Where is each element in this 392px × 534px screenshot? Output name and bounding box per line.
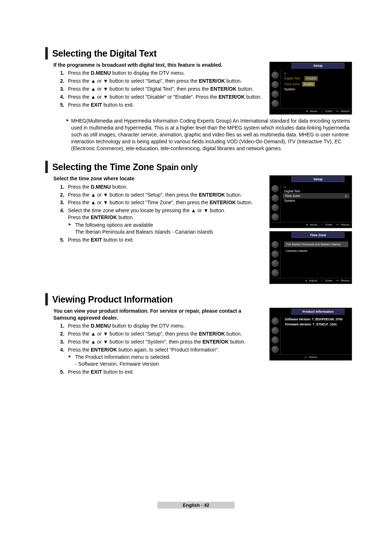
move-icon: ♦ (305, 110, 309, 113)
enter-icon: ☞ (321, 223, 324, 226)
heading-bar-icon (45, 161, 48, 173)
heading: Viewing Product Information (52, 294, 173, 305)
return-icon: ↩ (336, 279, 340, 282)
step-1: Press the D.MENU button to display the D… (66, 70, 264, 77)
panel-nav-icons (270, 316, 281, 354)
note-arrow-icon: ➤ (68, 354, 73, 359)
panel-footer: ♦Move ☞Enter ↩Return (270, 108, 352, 114)
scroll-up-icon: ▵ (283, 71, 350, 75)
step-5: Press the EXIT button to exit. (66, 237, 264, 243)
nav-icon (271, 185, 279, 192)
panel-footer: ↩Return (270, 354, 352, 360)
enter-icon: ☞ (321, 110, 324, 113)
step-note: ➤ The Product Information menu is select… (68, 354, 264, 367)
setup-panel-timezone: Setup ▵ Digital Text Time Zone ▷ (269, 175, 352, 228)
menu-row-digital-text: Digital Text (283, 189, 350, 193)
step-1: Press the D.MENU button to display the D… (66, 323, 264, 329)
step-note: ➤ The following options are available Th… (68, 222, 264, 235)
firmware-version: Firmware Version: T_STDEU7_102c (283, 322, 350, 327)
nav-icon (271, 327, 279, 334)
step-4: Press the ▲ or ▼ button to select "Disab… (66, 94, 264, 100)
step-4: Press the ENTER/OK button again, to sele… (66, 346, 264, 368)
nav-icon (271, 100, 279, 107)
nav-icon (271, 90, 279, 98)
step-3: Press the ▲ or ▼ button to select "Digit… (66, 86, 264, 93)
note-arrow-icon: ➤ (68, 222, 73, 227)
nav-icon (271, 336, 279, 344)
nav-icon (271, 213, 279, 221)
move-icon: ♦ (305, 223, 309, 226)
heading: Selecting the Digital Text (52, 48, 157, 59)
panel-title: Product Information (291, 309, 344, 315)
nav-icon (271, 71, 279, 79)
menu-row-system: System (283, 87, 350, 91)
step-1: Press the D.MENU button. (66, 184, 264, 190)
nav-icon (271, 241, 279, 248)
heading-row: Selecting the Digital Text (45, 47, 352, 59)
scroll-up-icon: ▵ (283, 184, 350, 189)
heading: Selecting the Time Zone Spain only (52, 162, 197, 172)
nav-icon (271, 346, 279, 353)
section-time-zone: Selecting the Time Zone Spain only Selec… (45, 161, 352, 284)
step-2: Press the ▲ or ▼ button to select "Setup… (66, 78, 264, 85)
product-info-panel: Product Information Software Version: T_… (269, 308, 352, 361)
step-2: Press the ▲ or ▼ button to select "Setup… (66, 330, 264, 337)
step-3: Press the ▲ or ▼ button to select "Syste… (66, 338, 264, 345)
nav-icon (271, 204, 279, 211)
step-list: Press the D.MENU button to display the D… (53, 70, 264, 108)
menu-row-digital-text: Digital Text : Disable (283, 75, 350, 81)
step-4: Select the time zone where you locate by… (66, 207, 264, 235)
return-icon: ↩ (336, 110, 340, 113)
step-list: Press the D.MENU button to display the D… (53, 323, 264, 375)
menu-row-time-zone: Time Zone Enable (283, 81, 350, 87)
heading-row: Selecting the Time Zone Spain only (45, 161, 352, 173)
section-product-info: Viewing Product Information You can view… (45, 293, 352, 375)
return-icon: ↩ (336, 223, 340, 226)
setup-panel-digital-text: Setup ▵ Digital Text : Disable Time Zone (269, 62, 352, 115)
timezone-panel: Time Zone The Iberian Peninsula and Bale… (269, 231, 352, 284)
panel-footer: ♦Move ☞Enter ↩Return (270, 222, 352, 228)
step-5: Press the EXIT button to exit. (66, 102, 264, 108)
note-arrow-icon: ➤ (66, 118, 69, 123)
nav-icon (271, 194, 279, 202)
nav-icon (271, 81, 279, 88)
tz-option-iberian: The Iberian Peninsula and Balears Island… (284, 242, 348, 247)
nav-icon (271, 317, 279, 325)
nav-icon (271, 269, 279, 276)
page-footer: English - 42 (158, 502, 235, 509)
panel-nav-icons (270, 184, 281, 222)
menu-row-time-zone-selected: Time Zone ▷ (283, 193, 350, 198)
panel-footer: ♦Adjust ☞Enter ↩Return (270, 278, 352, 284)
nav-icon (271, 250, 279, 258)
menu-row-system: System (283, 198, 350, 203)
panel-nav-icons (270, 239, 281, 278)
panel-title: Time Zone (291, 232, 344, 238)
nav-icon (271, 260, 279, 267)
intro-text: You can view your product information. F… (53, 308, 264, 321)
tz-option-canarian: Canarian Islands (284, 248, 348, 253)
mheg-note: ➤ MHEG(Multimedia and Hypermedia Informa… (66, 118, 352, 152)
intro-text: Select the time zone where locate (53, 175, 264, 182)
enter-icon: ☞ (321, 279, 324, 282)
step-list: Press the D.MENU button. Press the ▲ or … (53, 184, 264, 243)
heading-bar-icon (45, 293, 48, 305)
step-3: Press the ▲ or ▼ button to select "Time … (66, 199, 264, 206)
step-2: Press the ▲ or ▼ button to select "Setup… (66, 192, 264, 198)
step-5: Press the EXIT button to exit. (66, 369, 264, 375)
heading-bar-icon (45, 47, 48, 59)
adjust-icon: ♦ (305, 279, 308, 282)
intro-text: If the programme is broadcast with digit… (53, 62, 264, 68)
panel-title: Setup (291, 63, 344, 69)
software-version: Software Version: T_BDXPDEU00_0700 (283, 317, 350, 322)
panel-nav-icons (270, 70, 281, 108)
option-enable: Enable (302, 82, 315, 87)
option-disable: Disable (304, 76, 318, 81)
return-icon: ↩ (304, 356, 307, 359)
panel-title: Setup (291, 176, 344, 182)
section-digital-text: Selecting the Digital Text If the progra… (45, 47, 352, 152)
heading-row: Viewing Product Information (45, 293, 352, 305)
chevron-right-icon: ▷ (345, 194, 348, 198)
